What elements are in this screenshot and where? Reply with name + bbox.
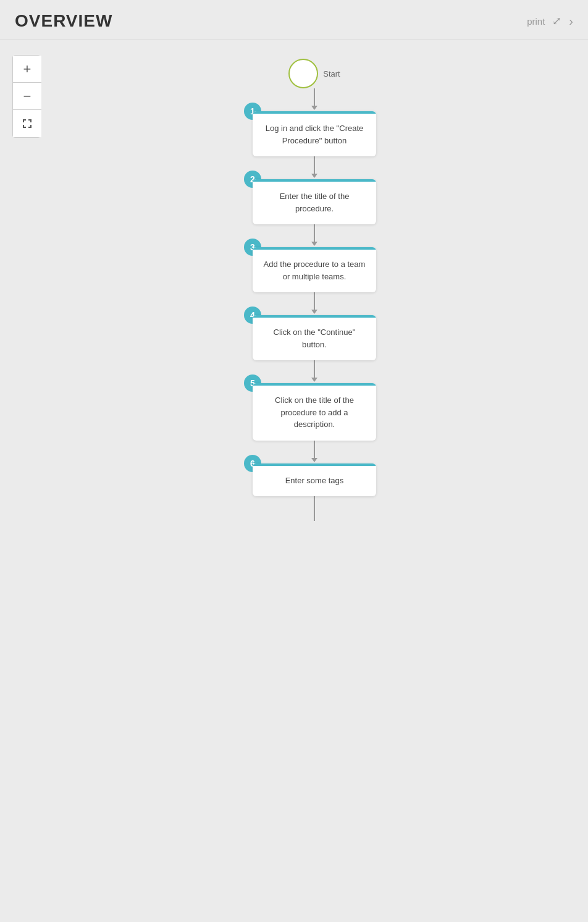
step-card-3[interactable]: Add the procedure to a team or multiple …	[253, 247, 376, 292]
start-circle	[288, 59, 318, 88]
connector-line	[314, 224, 315, 242]
page-title: OVERVIEW	[15, 11, 112, 31]
step-2-wrapper: 2 Enter the title of the procedure.	[253, 179, 376, 224]
step-1-wrapper: 1 Log in and click the "Create Procedure…	[253, 111, 376, 156]
start-node: Start	[288, 59, 340, 88]
arrow-down-icon	[311, 174, 317, 178]
connector-4	[311, 360, 317, 383]
page-container: OVERVIEW print ⤢ › + −	[0, 0, 588, 922]
step-4-wrapper: 4 Click on the "Continue" button.	[253, 315, 376, 360]
svg-rect-3	[30, 119, 32, 122]
step-card-5[interactable]: Click on the title of the procedure to a…	[253, 383, 376, 441]
print-button[interactable]: print	[527, 16, 545, 27]
step-card-4[interactable]: Click on the "Continue" button.	[253, 315, 376, 360]
step-6-wrapper: 6 Enter some tags	[253, 463, 376, 497]
svg-rect-5	[23, 125, 24, 128]
flow-diagram: Start 1 Log in and click the "Create Pro…	[41, 53, 588, 539]
connector-line	[314, 441, 315, 458]
step-card-6[interactable]: Enter some tags	[253, 463, 376, 497]
step-1: 1 Log in and click the "Create Procedure…	[253, 111, 376, 156]
zoom-in-button[interactable]: +	[13, 56, 41, 83]
step-4: 4 Click on the "Continue" button.	[253, 315, 376, 360]
step-card-body-5: Click on the title of the procedure to a…	[253, 386, 376, 441]
start-label: Start	[323, 69, 340, 78]
step-card-body-6: Enter some tags	[253, 466, 376, 497]
step-card-2[interactable]: Enter the title of the procedure.	[253, 179, 376, 224]
fit-to-screen-button[interactable]	[13, 110, 41, 137]
connector-line	[314, 156, 315, 174]
step-card-1[interactable]: Log in and click the "Create Procedure" …	[253, 111, 376, 156]
step-2: 2 Enter the title of the procedure.	[253, 179, 376, 224]
arrow-down-icon	[311, 106, 317, 110]
svg-rect-7	[30, 125, 32, 128]
connector-1	[311, 156, 317, 179]
connector-line	[314, 88, 315, 106]
connector-5	[311, 441, 317, 463]
connector-3	[311, 292, 317, 315]
zoom-controls: + −	[12, 55, 41, 138]
content-area: + − Start	[0, 40, 588, 552]
connector-line	[314, 360, 315, 378]
header: OVERVIEW print ⤢ ›	[0, 0, 588, 40]
step-3: 3 Add the procedure to a team or multipl…	[253, 247, 376, 292]
step-5-wrapper: 5 Click on the title of the procedure to…	[253, 383, 376, 441]
step-card-body-2: Enter the title of the procedure.	[253, 182, 376, 224]
arrow-down-icon	[311, 458, 317, 462]
arrow-down-icon	[311, 310, 317, 314]
connector-line	[314, 292, 315, 310]
header-actions: print ⤢ ›	[527, 14, 573, 28]
expand-icon[interactable]: ⤢	[552, 14, 561, 28]
step-3-wrapper: 3 Add the procedure to a team or multipl…	[253, 247, 376, 292]
zoom-out-button[interactable]: −	[13, 83, 41, 110]
step-card-body-4: Click on the "Continue" button.	[253, 318, 376, 360]
step-card-body-3: Add the procedure to a team or multiple …	[253, 250, 376, 292]
trailing-connector-line	[314, 496, 315, 521]
arrow-down-icon	[311, 242, 317, 246]
arrow-down-icon	[311, 378, 317, 382]
connector-0	[311, 88, 317, 111]
step-6: 6 Enter some tags	[253, 463, 376, 497]
step-5: 5 Click on the title of the procedure to…	[253, 383, 376, 441]
step-card-body-1: Log in and click the "Create Procedure" …	[253, 114, 376, 156]
connector-2	[311, 224, 317, 247]
svg-rect-1	[23, 119, 24, 122]
chevron-right-icon[interactable]: ›	[569, 14, 573, 28]
